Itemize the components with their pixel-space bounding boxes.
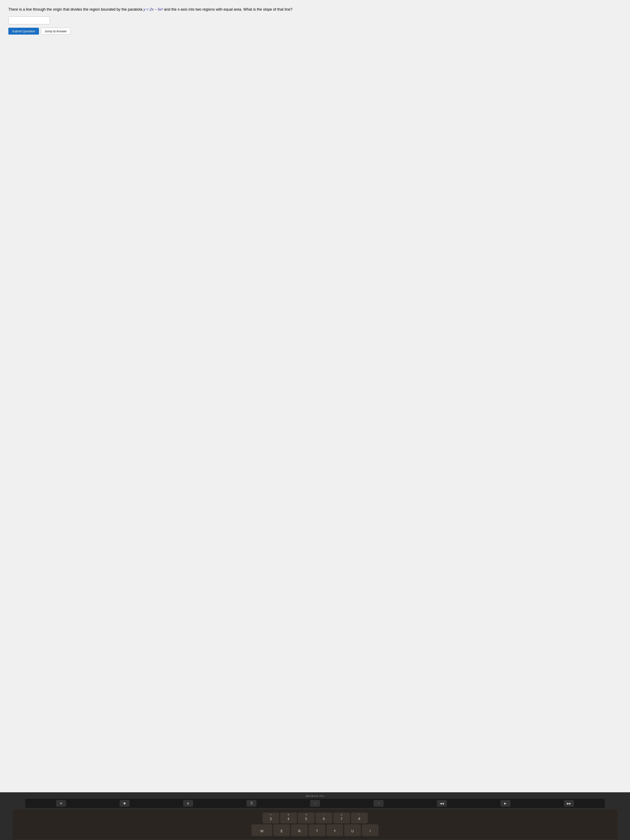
key-u[interactable]: U [344, 824, 361, 836]
math-expression: y = 2x − 6x² [143, 7, 163, 11]
macbook-brand-label: MacBook Pro [306, 794, 324, 797]
key-8[interactable]: * 8 [351, 813, 368, 823]
key-4-main-label: 4 [287, 817, 289, 821]
key-u-label: U [351, 829, 354, 833]
key-3[interactable]: # 3 [262, 813, 279, 823]
brightness-down-icon[interactable]: ☀ [56, 800, 66, 807]
key-3-top-label: # [270, 813, 272, 816]
key-5[interactable]: % 5 [298, 813, 314, 823]
rewind-button[interactable]: ◀◀ [437, 800, 447, 807]
key-w[interactable]: W [251, 824, 272, 836]
answer-input[interactable] [8, 16, 50, 24]
key-7-top-label: & [341, 813, 342, 816]
play-pause-button[interactable]: ▶ [501, 800, 510, 807]
key-7[interactable]: & 7 [333, 813, 350, 823]
key-5-main-label: 5 [305, 817, 307, 821]
brightness-up-icon[interactable]: ✺ [120, 800, 129, 807]
key-r-label: R [298, 829, 301, 833]
key-y[interactable]: Y [327, 824, 343, 836]
screen-area: There is a line through the origin that … [0, 0, 630, 792]
key-7-main-label: 7 [341, 817, 343, 821]
key-t-label: T [316, 829, 318, 833]
key-w-label: W [260, 829, 263, 833]
key-8-top-label: * [359, 813, 360, 816]
key-6[interactable]: ^ 6 [316, 813, 332, 823]
fast-forward-button[interactable]: ▶▶ [564, 800, 574, 807]
launchpad-icon[interactable]: ⠿ [246, 800, 256, 807]
question-text-after: and the x-axis into two regions with equ… [163, 7, 292, 11]
key-i[interactable]: I [362, 824, 379, 836]
number-row: # 3 $ 4 % 5 ^ 6 & 7 * 8 [14, 813, 615, 823]
key-i-label: I [370, 829, 371, 833]
key-e[interactable]: E [273, 824, 290, 836]
question-text-before: There is a line through the origin that … [8, 7, 143, 11]
letter-row: W E R T Y U I [14, 824, 615, 836]
keyboard-backlight-up-icon[interactable]: ⁙ [374, 800, 384, 807]
touchbar: ☀ ✺ ⊞ ⠿ ⁘ ⁙ ◀◀ ▶ ▶▶ [25, 799, 605, 808]
key-r[interactable]: R [291, 824, 308, 836]
key-4[interactable]: $ 4 [280, 813, 297, 823]
macbook-bottom: MacBook Pro ☀ ✺ ⊞ ⠿ ⁘ ⁙ ◀◀ ▶ ▶▶ # 3 $ 4 … [0, 792, 630, 840]
key-3-main-label: 3 [270, 817, 272, 821]
jump-to-answer-button[interactable]: Jump to Answer [41, 28, 70, 35]
key-6-top-label: ^ [323, 813, 324, 816]
button-row: Submit Question Jump to Answer [8, 28, 622, 35]
key-6-main-label: 6 [323, 817, 325, 821]
key-5-top-label: % [305, 813, 307, 816]
key-t[interactable]: T [309, 824, 325, 836]
key-4-top-label: $ [288, 813, 289, 816]
question-text: There is a line through the origin that … [8, 7, 622, 12]
key-e-label: E [281, 829, 283, 833]
keyboard-backlight-down-icon[interactable]: ⁘ [310, 800, 320, 807]
key-y-label: Y [334, 829, 336, 833]
key-8-main-label: 8 [358, 817, 360, 821]
keyboard: # 3 $ 4 % 5 ^ 6 & 7 * 8 [13, 810, 617, 839]
mission-control-icon[interactable]: ⊞ [183, 800, 193, 807]
submit-question-button[interactable]: Submit Question [8, 28, 39, 35]
